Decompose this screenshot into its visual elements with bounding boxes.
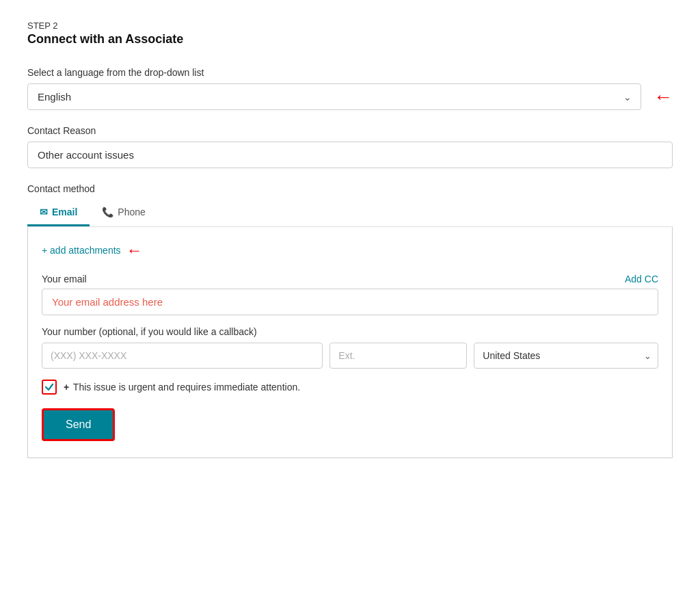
- email-field-label: Your email: [42, 274, 87, 284]
- checkmark-icon: [44, 382, 54, 392]
- language-select-wrapper: English Spanish French German Japanese C…: [27, 83, 641, 110]
- contact-method-section: Contact method ✉ Email 📞 Phone + add att…: [27, 183, 673, 458]
- urgent-row: + This issue is urgent and requires imme…: [42, 380, 658, 395]
- email-tab-label: Email: [52, 207, 77, 217]
- attachments-arrow-indicator: ←: [126, 241, 143, 260]
- contact-reason-label: Contact Reason: [27, 125, 673, 136]
- step-label: STEP 2: [27, 21, 673, 31]
- add-attachments-link[interactable]: + add attachments: [42, 245, 121, 256]
- tab-phone[interactable]: 📞 Phone: [90, 200, 157, 226]
- tab-email[interactable]: ✉ Email: [27, 200, 90, 226]
- urgent-text: + This issue is urgent and requires imme…: [64, 382, 300, 393]
- country-select[interactable]: United States Canada United Kingdom Aust…: [474, 343, 658, 369]
- language-section: Select a language from the drop-down lis…: [27, 67, 673, 110]
- add-cc-link[interactable]: Add CC: [625, 274, 658, 284]
- phone-optional-label: Your number (optional, if you would like…: [42, 326, 658, 337]
- email-field-header: Your email Add CC: [42, 274, 658, 284]
- phone-tab-label: Phone: [118, 207, 145, 217]
- phone-tab-icon: 📞: [102, 207, 113, 217]
- urgent-plus-symbol: +: [64, 382, 69, 393]
- extension-input[interactable]: [329, 343, 467, 369]
- urgent-checkbox[interactable]: [42, 380, 57, 395]
- language-arrow-indicator: ←: [654, 86, 673, 108]
- step-title: Connect with an Associate: [27, 32, 673, 47]
- language-select[interactable]: English Spanish French German Japanese C…: [27, 83, 641, 110]
- send-button[interactable]: Send: [42, 408, 115, 441]
- email-input[interactable]: [42, 289, 658, 315]
- contact-method-tabs: ✉ Email 📞 Phone: [27, 200, 673, 227]
- language-label: Select a language from the drop-down lis…: [27, 67, 673, 78]
- phone-number-input[interactable]: [42, 343, 323, 369]
- contact-reason-input[interactable]: [27, 142, 673, 168]
- country-select-wrapper: United States Canada United Kingdom Aust…: [474, 343, 658, 369]
- email-tab-panel: + add attachments ← Your email Add CC Yo…: [27, 227, 673, 458]
- add-attachments-row: + add attachments ←: [42, 241, 658, 260]
- contact-reason-section: Contact Reason: [27, 125, 673, 168]
- contact-method-label: Contact method: [27, 183, 673, 194]
- phone-fields-row: United States Canada United Kingdom Aust…: [42, 343, 658, 369]
- urgent-message: This issue is urgent and requires immedi…: [73, 382, 300, 393]
- email-tab-icon: ✉: [40, 207, 48, 217]
